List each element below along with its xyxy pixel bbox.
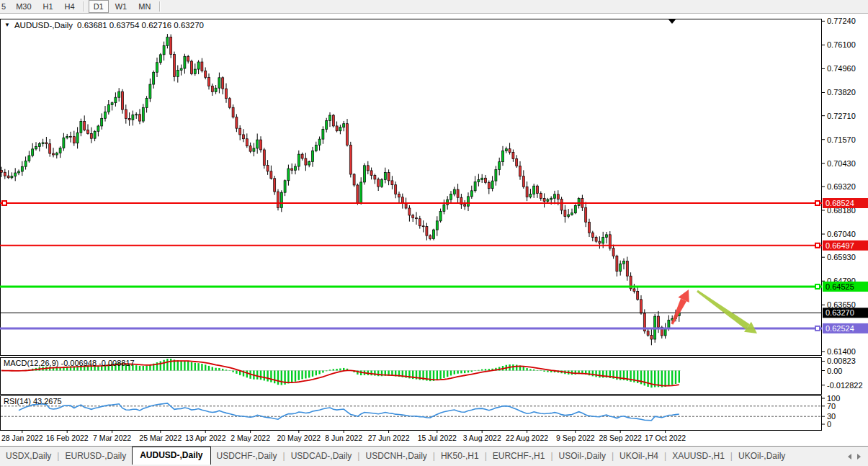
price-panel: [1, 19, 822, 356]
candle: [228, 99, 231, 107]
tab-usoil-daily[interactable]: USOil-,Daily: [553, 448, 612, 465]
tab-ukoil-h4[interactable]: UKOil-,H4: [614, 448, 664, 465]
tab-usdx-daily[interactable]: USDX,Daily: [0, 448, 57, 465]
candle: [280, 192, 282, 207]
timeframe-button-h1[interactable]: H1: [38, 0, 58, 13]
candle: [436, 221, 438, 230]
date-label: 7 Mar 2022: [93, 434, 131, 442]
candle: [7, 176, 9, 178]
candle: [571, 213, 573, 215]
timeframe-button-d1[interactable]: D1: [89, 0, 109, 13]
candle: [295, 166, 297, 170]
candle: [619, 264, 622, 271]
candle: [367, 166, 369, 171]
candle: [38, 143, 40, 146]
candle: [498, 162, 501, 170]
candle: [574, 206, 576, 213]
candle: [349, 145, 352, 174]
tab-hk50-h1[interactable]: HK50-,H1: [435, 448, 485, 465]
candle: [391, 181, 393, 185]
candle: [464, 205, 466, 206]
line-handle[interactable]: [815, 243, 820, 248]
candle: [516, 159, 518, 166]
candle: [94, 131, 96, 138]
tab-audusd-daily[interactable]: AUDUSD-,Daily: [132, 447, 210, 465]
date-label: 28 Sep 2022: [599, 434, 642, 442]
price-axis-label: 0.67040: [827, 230, 856, 238]
candle: [384, 172, 386, 179]
candle: [637, 291, 639, 299]
timeframe-button-h4[interactable]: H4: [60, 0, 80, 13]
candle: [222, 78, 224, 89]
symbol-dropdown-icon[interactable]: ▼: [4, 22, 10, 28]
candle: [416, 218, 418, 218]
date-label: 22 Aug 2022: [506, 434, 548, 442]
tab-ukoil-daily[interactable]: UKOil-,Daily: [733, 448, 791, 465]
candle: [568, 215, 570, 217]
candle: [560, 200, 563, 210]
candle: [395, 185, 397, 194]
candle: [512, 152, 514, 158]
candle: [408, 208, 411, 215]
tab-usdchf-daily[interactable]: USDCHF-,Daily: [211, 448, 283, 465]
line-handle[interactable]: [815, 284, 820, 289]
candle: [533, 186, 535, 194]
candle: [564, 210, 566, 217]
toolbar-separator: [159, 1, 161, 12]
candle: [90, 133, 92, 138]
tab-xauusd-h1[interactable]: XAUUSD-,H1: [666, 448, 730, 465]
candle: [332, 115, 334, 126]
candle: [606, 235, 608, 238]
candle: [197, 62, 200, 69]
tab-usdcad-daily[interactable]: USDCAD-,Daily: [285, 448, 358, 465]
candle: [398, 194, 401, 197]
candle: [291, 169, 293, 170]
tabs-scroll-left-icon[interactable]: [848, 454, 851, 460]
timeframe-button-5[interactable]: 5: [0, 0, 9, 13]
candle: [274, 179, 276, 192]
candle: [591, 233, 594, 237]
candle: [84, 121, 86, 130]
candle: [509, 149, 511, 153]
candle: [547, 200, 549, 202]
tab-eurchf-h1[interactable]: EURCHF-,H1: [487, 448, 551, 465]
candle: [470, 191, 473, 197]
candle: [11, 176, 13, 178]
candle: [149, 84, 151, 98]
candle: [21, 166, 23, 171]
timeframe-button-mn[interactable]: MN: [133, 0, 156, 13]
symbol-tab-bar: USDX,Daily|EURUSD-,DailyAUDUSD-,DailyUSD…: [0, 446, 868, 465]
candle: [243, 135, 245, 139]
candle: [156, 63, 158, 73]
candle: [180, 68, 182, 70]
candle: [589, 222, 591, 233]
candle: [218, 78, 220, 88]
candle: [277, 192, 279, 207]
line-handle[interactable]: [815, 201, 820, 205]
tab-usdcnh-daily[interactable]: USDCNH-,Daily: [359, 448, 432, 465]
line-handle[interactable]: [2, 201, 6, 205]
candle: [42, 143, 44, 143]
line-handle[interactable]: [815, 326, 820, 331]
candle: [650, 335, 653, 339]
tab-eurusd-daily[interactable]: EURUSD-,Daily: [59, 448, 132, 465]
candle: [339, 127, 341, 131]
price-axis-label: 0.74960: [827, 64, 856, 73]
date-label: 27 Jun 2022: [368, 434, 410, 442]
candle: [59, 148, 61, 153]
macd-axis-label: 0.00: [827, 367, 842, 375]
timeframe-button-w1[interactable]: W1: [110, 0, 133, 13]
candle: [101, 118, 103, 126]
candle: [495, 170, 497, 182]
timeframe-button-m30[interactable]: M30: [11, 0, 36, 13]
price-axis: 0.772400.761000.749600.738200.727100.715…: [822, 17, 856, 356]
indicator-axes: 0.008230.00-0.01282210070300: [822, 357, 863, 429]
tabs-scroll-right-icon[interactable]: [857, 454, 861, 460]
candle: [107, 104, 109, 112]
candle: [450, 194, 452, 200]
rsi-panel: [1, 396, 822, 431]
candle: [457, 189, 459, 197]
candle: [18, 171, 20, 173]
candle: [194, 69, 196, 73]
candle: [73, 137, 75, 143]
